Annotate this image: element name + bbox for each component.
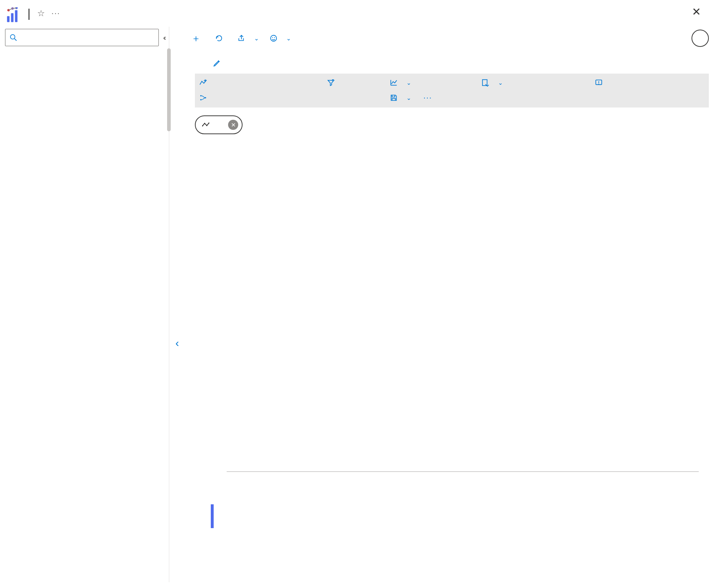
chevron-down-icon: ⌄ <box>406 79 411 86</box>
close-icon[interactable]: ✕ <box>692 6 701 17</box>
chart-legend <box>191 486 709 528</box>
svg-point-18 <box>598 84 599 84</box>
add-metric-icon <box>199 79 207 87</box>
search-icon <box>10 34 17 41</box>
edit-pencil-icon[interactable] <box>213 59 221 67</box>
more-menu-icon[interactable]: ··· <box>52 9 60 18</box>
metrics-icon <box>5 7 21 23</box>
svg-text:+: + <box>332 79 333 82</box>
svg-rect-1 <box>11 13 14 22</box>
page-header: | ☆ ··· ✕ <box>0 0 711 27</box>
chevron-down-icon: ⌄ <box>498 79 503 86</box>
svg-point-6 <box>10 35 15 39</box>
sidebar-search[interactable] <box>5 29 159 46</box>
smiley-icon <box>270 34 278 42</box>
legend-color-swatch <box>211 504 214 528</box>
svg-line-7 <box>14 39 17 41</box>
remove-metric-icon[interactable]: ✕ <box>228 120 238 130</box>
svg-rect-2 <box>15 10 18 22</box>
line-chart-icon <box>390 79 398 87</box>
svg-point-10 <box>274 37 275 38</box>
metric-series-icon <box>202 122 209 127</box>
alert-icon <box>595 79 603 87</box>
split-icon <box>199 94 207 102</box>
filter-icon: + <box>327 79 335 87</box>
svg-rect-0 <box>7 16 10 22</box>
splitter[interactable]: ‹ <box>169 27 191 582</box>
new-alert-button[interactable] <box>595 79 689 87</box>
share-button[interactable]: ⌄ <box>237 34 259 42</box>
sidebar-scrollbar[interactable] <box>167 48 171 131</box>
header-title-block: | ☆ ··· <box>27 6 60 20</box>
add-metric-button[interactable] <box>199 79 322 87</box>
sidebar: ‹‹ <box>0 27 169 582</box>
chart-type-button[interactable]: ⌄ <box>390 79 476 87</box>
more-icon[interactable]: ··· <box>423 93 432 102</box>
page-title: | <box>27 6 31 20</box>
svg-rect-15 <box>483 80 487 86</box>
refresh-button[interactable] <box>215 34 227 42</box>
plus-icon: ＋ <box>191 32 201 45</box>
chart-toolbar: + ⌄ ⌄ <box>195 74 709 107</box>
logs-icon <box>481 79 489 87</box>
new-chart-button[interactable]: ＋ <box>191 32 204 45</box>
metrics-toolbar: ＋ ⌄ ⌄ <box>191 27 709 53</box>
svg-point-9 <box>272 37 273 38</box>
add-filter-button[interactable]: + <box>327 79 385 87</box>
svg-point-8 <box>271 35 277 41</box>
save-dashboard-button[interactable]: ⌄ ··· <box>390 93 590 102</box>
chevron-down-icon: ⌄ <box>254 35 259 42</box>
chart <box>197 147 699 486</box>
metric-pill[interactable]: ✕ <box>195 115 243 134</box>
sidebar-search-input[interactable] <box>21 33 154 42</box>
time-range-picker[interactable] <box>692 30 709 47</box>
favorite-star-icon[interactable]: ☆ <box>37 8 45 18</box>
apply-splitting-button[interactable] <box>199 94 322 102</box>
collapse-chevron-icon[interactable]: ‹ <box>175 337 179 349</box>
svg-point-24 <box>206 125 207 126</box>
feedback-button[interactable]: ⌄ <box>270 34 291 42</box>
chevron-down-icon: ⌄ <box>406 95 411 101</box>
share-icon <box>237 34 245 42</box>
drill-logs-button[interactable]: ⌄ <box>481 79 590 87</box>
chevron-down-icon: ⌄ <box>286 35 291 42</box>
svg-point-19 <box>200 95 202 97</box>
svg-point-23 <box>204 123 205 124</box>
svg-point-20 <box>200 99 202 101</box>
main-content: ＋ ⌄ ⌄ <box>191 27 711 582</box>
save-icon <box>390 94 398 102</box>
chart-plot[interactable] <box>227 147 699 472</box>
refresh-icon <box>215 34 223 42</box>
